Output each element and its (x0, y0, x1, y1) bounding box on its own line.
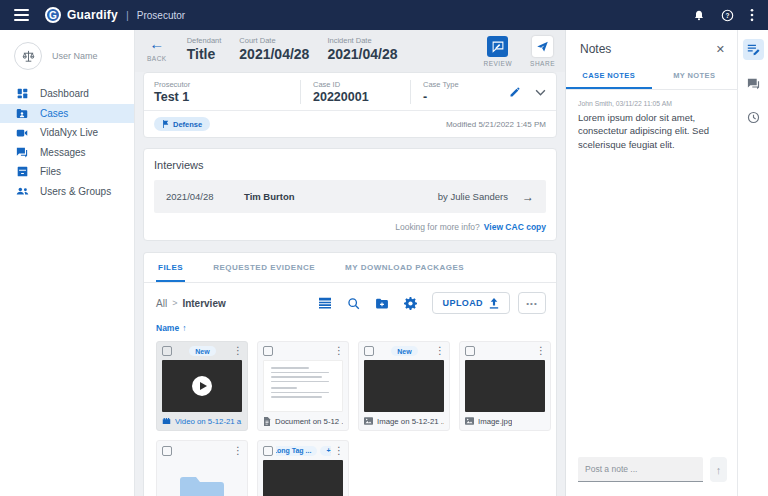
sidebar-item-users-groups[interactable]: Users & Groups (0, 182, 134, 202)
case-header: ← BACK Defendant Title Court Date 2021/0… (135, 30, 565, 72)
rail-chat-button[interactable] (743, 73, 764, 94)
tab-requested-evidence[interactable]: REQUESTED EVIDENCE (211, 253, 317, 282)
file-card-tagged-video[interactable]: Long Tag ... +1 ⋮ (257, 440, 349, 496)
brand-logo[interactable]: G Guardify | Prosecutor (45, 7, 185, 23)
edit-case-pencil-icon[interactable] (509, 86, 521, 98)
rail-notes-button[interactable] (743, 39, 764, 60)
tab-my-notes[interactable]: MY NOTES (652, 64, 738, 89)
history-clock-icon (747, 111, 760, 124)
file-checkbox[interactable] (162, 346, 172, 356)
case-type-field: Case Type - (410, 80, 500, 104)
review-button[interactable]: REVIEW (483, 36, 512, 67)
overflow-menu-icon[interactable] (750, 8, 754, 22)
share-label: SHARE (530, 60, 555, 67)
modified-timestamp: Modified 5/21/2022 1:45 PM (446, 120, 546, 129)
video-thumbnail[interactable] (162, 360, 242, 412)
file-kebab-menu-icon[interactable]: ⋮ (233, 346, 243, 356)
image-icon (465, 417, 474, 425)
users-groups-icon (15, 186, 29, 196)
image-thumbnail[interactable] (364, 360, 444, 412)
rail-history-button[interactable] (743, 107, 764, 128)
sort-name-label: Name (156, 323, 179, 333)
menu-icon[interactable] (14, 9, 29, 21)
tab-case-notes[interactable]: CASE NOTES (566, 64, 652, 89)
upload-button[interactable]: UPLOAD (432, 292, 510, 314)
cases-icon (15, 108, 29, 119)
search-icon[interactable] (347, 297, 360, 310)
case-type-label: Case Type (423, 80, 488, 89)
file-card-video[interactable]: New ⋮ Video on 5-12-21 a... (156, 341, 248, 431)
share-button[interactable]: SHARE (530, 36, 555, 67)
back-button[interactable]: ← BACK (147, 36, 167, 62)
prosecutor-label: Prosecutor (154, 80, 288, 89)
defendant-label: Defendant (187, 36, 222, 45)
play-button-icon[interactable] (192, 376, 212, 396)
review-icon (487, 36, 508, 57)
movie-icon (162, 417, 171, 425)
expand-chevron-down-icon[interactable] (535, 89, 546, 96)
sidebar-item-messages[interactable]: Messages (0, 143, 134, 163)
tag-badge[interactable]: Long Tag ... (276, 446, 317, 456)
user-profile[interactable]: User Name (0, 30, 134, 84)
file-checkbox[interactable] (263, 346, 273, 356)
messages-icon (15, 147, 29, 158)
file-kebab-menu-icon[interactable]: ⋮ (334, 446, 344, 456)
file-checkbox[interactable] (162, 446, 172, 456)
folder-thumbnail[interactable] (162, 460, 242, 496)
arrow-right-icon[interactable]: → (522, 190, 534, 204)
file-checkbox[interactable] (364, 346, 374, 356)
new-folder-icon[interactable] (375, 298, 389, 309)
sidebar-item-label: Messages (40, 147, 86, 158)
file-name[interactable]: Video on 5-12-21 a... (175, 417, 242, 426)
file-kebab-menu-icon[interactable]: ⋮ (536, 346, 546, 356)
file-name[interactable]: Image on 5-12-21 ... (377, 417, 444, 426)
tab-my-download-packages[interactable]: MY DOWNLOAD PACKAGES (343, 253, 466, 282)
document-thumbnail[interactable] (263, 360, 343, 412)
list-view-icon[interactable] (318, 297, 332, 309)
image-thumbnail[interactable] (465, 360, 545, 412)
sidebar-item-files[interactable]: Files (0, 162, 134, 182)
note-item: John Smith, 03/11/22 11:05 AM Lorem ipsu… (578, 100, 725, 151)
settings-gear-icon[interactable] (404, 297, 417, 310)
chat-icon (747, 78, 760, 90)
file-card-image-jpg[interactable]: ⋮ Image.jpg (459, 341, 551, 431)
more-actions-button[interactable]: ••• (518, 292, 546, 314)
file-checkbox[interactable] (465, 346, 475, 356)
sidebar-item-dashboard[interactable]: Dashboard (0, 84, 134, 104)
close-icon[interactable]: ✕ (716, 43, 725, 56)
defense-chip[interactable]: Defense (154, 117, 210, 131)
defendant-value: Title (187, 46, 222, 62)
video-camera-icon (15, 128, 29, 138)
sort-by-name[interactable]: Name ↑ (144, 321, 556, 339)
file-checkbox[interactable] (263, 446, 273, 456)
tab-files[interactable]: FILES (156, 253, 185, 282)
interview-row[interactable]: 2021/04/28 Tim Burton by Julie Sanders → (154, 180, 546, 213)
file-name[interactable]: Image.jpg (478, 417, 512, 426)
send-note-button[interactable]: ↑ (710, 457, 727, 482)
file-card-document[interactable]: ⋮ Document on 5-12 ... (257, 341, 349, 431)
tag-count-badge[interactable]: +1 (320, 446, 331, 456)
video-thumbnail[interactable] (263, 460, 343, 496)
back-label: BACK (147, 55, 167, 62)
right-icon-rail (737, 30, 768, 496)
sidebar-item-cases[interactable]: Cases (0, 104, 134, 124)
breadcrumb-all[interactable]: All (156, 298, 167, 309)
help-icon[interactable]: ? (721, 9, 734, 22)
file-name[interactable]: Document on 5-12 ... (275, 417, 343, 426)
files-icon (15, 166, 29, 177)
new-badge: New (189, 346, 215, 356)
prosecutor-value: Test 1 (154, 90, 288, 104)
file-kebab-menu-icon[interactable]: ⋮ (233, 446, 243, 456)
file-kebab-menu-icon[interactable]: ⋮ (435, 346, 445, 356)
post-note-input[interactable] (578, 457, 703, 482)
prosecutor-field: Prosecutor Test 1 (154, 80, 300, 104)
case-id-label: Case ID (313, 80, 398, 89)
notifications-bell-icon[interactable] (693, 9, 705, 22)
sidebar-item-vidanyx-live[interactable]: VidaNyx Live (0, 123, 134, 143)
interview-author: by Julie Sanders (438, 191, 508, 202)
breadcrumb-separator: > (172, 298, 177, 308)
file-card-image[interactable]: New ⋮ Image on 5-12-21 ... (358, 341, 450, 431)
file-kebab-menu-icon[interactable]: ⋮ (334, 346, 344, 356)
file-card-folder[interactable]: ⋮ (156, 440, 248, 496)
view-cac-copy-link[interactable]: View CAC copy (484, 222, 546, 232)
